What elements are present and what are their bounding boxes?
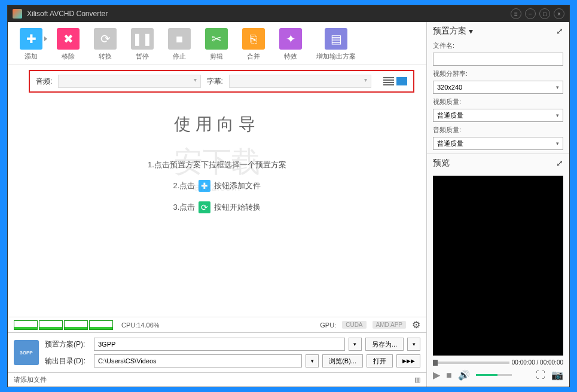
scissors-icon: ✂ bbox=[205, 28, 228, 50]
cpu-core bbox=[89, 320, 113, 330]
settings-icon[interactable]: ⚙ bbox=[412, 319, 420, 330]
step2-pre: 2.点击 bbox=[173, 180, 196, 191]
resolution-select[interactable]: 320x240 bbox=[433, 81, 563, 94]
document-icon: ▤ bbox=[325, 28, 347, 50]
stop-button[interactable]: ■ 停止 bbox=[168, 28, 191, 61]
right-panel: 预置方案 ▾ ⤢ 文件名: 视频分辨率: 320x240 视频质量: 普通质量 … bbox=[427, 22, 569, 387]
remove-button[interactable]: ✖ 移除 bbox=[57, 28, 80, 61]
bottom-fields: 预置方案(P): ▾ 另存为... ▾ 输出目录(D): ▾ 浏览(B)... … bbox=[45, 338, 420, 368]
wizard-panel: 安下载 anxz.com 使用向导 1.点击预置方案下拉框选择一个预置方案 2.… bbox=[8, 95, 426, 317]
stop-preview-button[interactable]: ■ bbox=[446, 370, 452, 381]
fullscreen-icon[interactable]: ⛶ bbox=[536, 370, 545, 381]
subtitle-dropdown[interactable] bbox=[229, 75, 371, 88]
convert-start-button[interactable]: ▶▶▶ bbox=[396, 354, 420, 368]
stop-label: 停止 bbox=[173, 52, 186, 61]
close-button[interactable]: × bbox=[554, 8, 564, 19]
gpu-text: GPU: bbox=[320, 321, 336, 329]
view-toggles bbox=[383, 77, 407, 85]
wizard-step-2: 2.点击 ✚ 按钮添加文件 bbox=[173, 180, 261, 192]
add-profile-button[interactable]: ▤ 增加输出方案 bbox=[316, 28, 356, 61]
browse-button[interactable]: 浏览(B)... bbox=[322, 354, 363, 368]
cuda-badge: CUDA bbox=[342, 321, 366, 329]
cpu-graph bbox=[14, 320, 113, 330]
add-button[interactable]: ✚ 添加 bbox=[20, 28, 42, 61]
open-button[interactable]: 打开 bbox=[367, 354, 393, 368]
output-input[interactable] bbox=[94, 354, 302, 368]
wizard-step-3: 3.点击 ⟳ 按钮开始转换 bbox=[173, 201, 261, 213]
subtitle-label: 字幕: bbox=[207, 76, 223, 87]
time-slider[interactable] bbox=[433, 362, 509, 364]
cpu-core bbox=[39, 320, 63, 330]
preset-section: 预置方案 ▾ ⤢ 文件名: 视频分辨率: 320x240 视频质量: 普通质量 … bbox=[427, 22, 569, 154]
convert-label: 转换 bbox=[99, 52, 112, 61]
expand-icon[interactable]: ⤢ bbox=[556, 26, 563, 36]
output-field-label: 输出目录(D): bbox=[45, 356, 90, 366]
profile-row: 预置方案(P): ▾ 另存为... ▾ bbox=[45, 338, 420, 351]
snapshot-icon[interactable]: 📷 bbox=[551, 369, 563, 381]
step3-pre: 3.点击 bbox=[173, 202, 196, 213]
wizard-title: 使用向导 bbox=[174, 113, 260, 136]
aquality-label: 音频质量: bbox=[433, 125, 563, 134]
maximize-button[interactable]: □ bbox=[539, 8, 550, 19]
preset-title-text: 预置方案 bbox=[433, 26, 466, 36]
x-icon: ✖ bbox=[57, 28, 80, 50]
merge-button[interactable]: ⎘ 合并 bbox=[242, 28, 265, 61]
app-window: Xilisoft AVCHD Converter ≡ − □ × ✚ 添加 ✖ … bbox=[7, 5, 570, 387]
effect-label: 特效 bbox=[284, 52, 297, 61]
effect-button[interactable]: ✦ 特效 bbox=[279, 28, 302, 61]
bottom-panel: 3GPP 预置方案(P): ▾ 另存为... ▾ 输出目录(D): ▾ 浏览(B… bbox=[8, 332, 426, 372]
preview-section: 预览 ⤢ 00:00:00 / 00:00:00 ▶ ■ 🔊 ⛶ 📷 bbox=[427, 154, 569, 387]
refresh-icon: ⟳ bbox=[94, 28, 117, 50]
status-text: 请添加文件 bbox=[14, 375, 414, 384]
output-row: 输出目录(D): ▾ 浏览(B)... 打开 ▶▶▶ bbox=[45, 354, 420, 368]
amd-badge: AMD APP bbox=[373, 321, 406, 329]
merge-icon: ⎘ bbox=[242, 28, 265, 50]
vquality-label: 视频质量: bbox=[433, 97, 563, 106]
profile-field-label: 预置方案(P): bbox=[45, 339, 90, 350]
pause-button[interactable]: ❚❚ 暂停 bbox=[131, 28, 154, 61]
chevron-down-icon[interactable]: ▾ bbox=[469, 26, 473, 36]
list-view-icon[interactable] bbox=[383, 77, 394, 85]
convert-button[interactable]: ⟳ 转换 bbox=[94, 28, 117, 61]
time-thumb[interactable] bbox=[433, 360, 438, 366]
output-dropdown[interactable]: ▾ bbox=[306, 354, 319, 368]
volume-icon[interactable]: 🔊 bbox=[458, 369, 470, 381]
content-area: ✚ 添加 ✖ 移除 ⟳ 转换 ❚❚ 暂停 ■ 停止 bbox=[8, 22, 569, 387]
preset-title: 预置方案 ▾ ⤢ bbox=[433, 26, 563, 36]
cut-button[interactable]: ✂ 剪辑 bbox=[205, 28, 228, 61]
filename-input[interactable] bbox=[433, 53, 563, 66]
step2-post: 按钮添加文件 bbox=[214, 180, 261, 191]
play-row: ▶ ■ 🔊 ⛶ 📷 bbox=[433, 369, 563, 381]
aquality-select[interactable]: 普通质量 bbox=[433, 137, 563, 150]
minimize-button[interactable]: − bbox=[525, 8, 536, 19]
format-icon: 3GPP bbox=[14, 340, 39, 365]
stop-icon: ■ bbox=[168, 28, 191, 50]
profile-input[interactable] bbox=[94, 338, 345, 351]
pause-icon: ❚❚ bbox=[131, 28, 154, 50]
preview-title: 预览 ⤢ bbox=[433, 158, 563, 169]
expand-icon[interactable]: ⤢ bbox=[556, 158, 563, 168]
time-row: 00:00:00 / 00:00:00 bbox=[433, 359, 563, 366]
audio-dropdown[interactable] bbox=[58, 75, 200, 88]
filter-bar: 音频: 字幕: bbox=[29, 70, 414, 93]
remove-label: 移除 bbox=[62, 52, 75, 61]
cut-label: 剪辑 bbox=[210, 52, 223, 61]
play-button[interactable]: ▶ bbox=[433, 369, 440, 381]
step3-post: 按钮开始转换 bbox=[214, 202, 261, 213]
grid-view-icon[interactable] bbox=[396, 77, 407, 85]
volume-slider[interactable] bbox=[476, 374, 512, 376]
saveas-dropdown[interactable]: ▾ bbox=[407, 338, 420, 351]
merge-label: 合并 bbox=[247, 52, 260, 61]
cpu-core bbox=[64, 320, 88, 330]
plus-icon: ✚ bbox=[199, 180, 210, 192]
vquality-select[interactable]: 普通质量 bbox=[433, 109, 563, 122]
saveas-button[interactable]: 另存为... bbox=[365, 338, 404, 351]
help-button[interactable]: ≡ bbox=[511, 8, 521, 19]
list-toggle-icon[interactable]: ▥ bbox=[414, 376, 420, 384]
status-bar: 请添加文件 ▥ bbox=[8, 372, 426, 387]
resolution-label: 视频分辨率: bbox=[433, 69, 563, 78]
profile-dropdown[interactable]: ▾ bbox=[349, 338, 362, 351]
add-label: 添加 bbox=[25, 52, 38, 61]
filename-label: 文件名: bbox=[433, 41, 563, 50]
toolbar: ✚ 添加 ✖ 移除 ⟳ 转换 ❚❚ 暂停 ■ 停止 bbox=[8, 22, 426, 65]
